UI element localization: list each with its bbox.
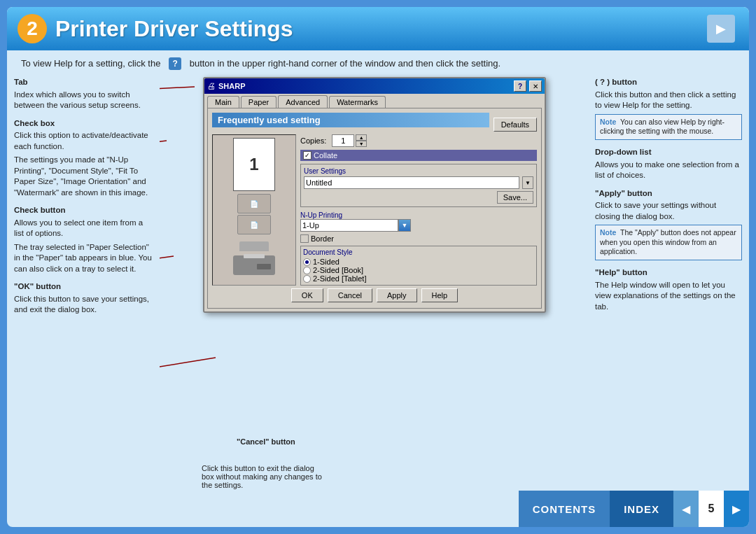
- spinner-up[interactable]: ▲: [356, 134, 367, 141]
- preview-page: 1: [233, 138, 275, 191]
- nup-dropdown-row: 1-Up ▼: [300, 219, 537, 232]
- cancel-annotation-desc: Click this button to exit the dialog box…: [202, 464, 328, 489]
- radio-2sided-tablet[interactable]: 2-Sided [Tablet]: [303, 274, 534, 283]
- dialog-tabs: Main Paper Advanced Watermarks: [204, 94, 545, 108]
- tab-section-title: Tab: [14, 77, 154, 88]
- spinner-buttons: ▲ ▼: [356, 134, 367, 147]
- intro-text-before: To view Help for a setting, click the: [21, 57, 160, 70]
- user-settings-row: Untitled ▼: [304, 176, 533, 189]
- nup-value: 1-Up: [302, 221, 319, 230]
- border-checkbox[interactable]: [300, 234, 309, 243]
- apply-btn-section-title: "Apply" button: [595, 188, 742, 199]
- help-dlg-section-title: "Help" button: [595, 267, 742, 279]
- help-dlg-desc: The Help window will open to let you vie…: [595, 280, 742, 313]
- apply-button[interactable]: Apply: [377, 288, 417, 302]
- checkbutton-note: The tray selected in "Paper Selection" i…: [14, 242, 154, 275]
- note-text-1: You can also view Help by right-clicking…: [600, 118, 724, 136]
- intro-text: To view Help for a setting, click the ? …: [7, 50, 749, 74]
- page-number: 5: [699, 491, 724, 527]
- apply-btn-desc: Click to save your settings without clos…: [595, 200, 742, 222]
- dialog-help-button[interactable]: ?: [514, 80, 526, 92]
- collate-check[interactable]: ✓ Collate: [300, 150, 537, 161]
- note-box-1: Note You can also view Help by right-cli…: [595, 114, 742, 140]
- user-settings-dropdown[interactable]: Untitled: [304, 176, 519, 189]
- user-settings-box: User Settings Untitled ▼ Save...: [300, 164, 537, 207]
- radio-2sided-book-btn[interactable]: [303, 267, 311, 274]
- tab-main[interactable]: Main: [207, 96, 239, 108]
- checkbox-section-title: Check box: [14, 118, 154, 129]
- radio-2sided-book[interactable]: 2-Sided [Book]: [303, 266, 534, 274]
- help-btn-section-title: ( ? ) button: [595, 77, 742, 88]
- ok-button-section-title: "OK" button: [14, 281, 154, 293]
- radio-1sided-btn[interactable]: [303, 258, 311, 266]
- doc-style-box: Document Style 1-Sided 2-Sided [Book]: [300, 246, 537, 286]
- ok-button-desc: Click this button to save your settings,…: [14, 294, 154, 316]
- user-settings-label: User Settings: [304, 167, 533, 175]
- dropdown-desc: Allows you to make one selection from a …: [595, 160, 742, 181]
- dialog-preview-panel: 1 📄 📄: [212, 134, 296, 286]
- dialog-window: 🖨 SHARP ? ✕ Main Paper Advanced Watermar…: [203, 77, 546, 313]
- dialog-title: SHARP: [218, 82, 511, 90]
- dialog-printer-icon: 🖨: [207, 81, 216, 91]
- nup-section: N-Up Printing 1-Up ▼: [300, 210, 537, 232]
- defaults-button[interactable]: Defaults: [493, 118, 537, 132]
- checkbox-desc: Click this option to activate/deactivate…: [14, 130, 154, 152]
- nup-label: N-Up Printing: [300, 211, 537, 219]
- copies-input[interactable]: [332, 134, 354, 147]
- radio-1sided[interactable]: 1-Sided: [303, 258, 534, 266]
- cancel-button[interactable]: Cancel: [328, 288, 372, 302]
- collate-checkbox[interactable]: ✓: [303, 151, 312, 160]
- ok-button[interactable]: OK: [291, 288, 323, 302]
- bottom-navigation: CONTENTS INDEX ◀ 5 ▶: [519, 491, 749, 527]
- chapter-number: 2: [18, 14, 47, 43]
- nav-next-arrow[interactable]: ▶: [724, 491, 749, 527]
- help-button[interactable]: Help: [421, 288, 458, 302]
- left-column: Tab Index which allows you to switch bet…: [14, 74, 154, 510]
- main-content: Tab Index which allows you to switch bet…: [7, 74, 749, 517]
- dialog-inner: 1 📄 📄: [212, 134, 537, 286]
- spinner-down[interactable]: ▼: [356, 141, 367, 147]
- doc-icon-1: 📄: [237, 194, 271, 213]
- user-settings-value: Untitled: [306, 178, 332, 187]
- contents-nav[interactable]: CONTENTS: [519, 491, 610, 527]
- header-arrow-icon[interactable]: ▶: [707, 15, 735, 43]
- svg-line-2: [160, 256, 174, 277]
- checkbutton-desc: Allows you to select one item from a lis…: [14, 218, 154, 239]
- stacked-doc-icons: 📄 📄: [237, 194, 271, 234]
- index-nav[interactable]: INDEX: [610, 491, 673, 527]
- tab-watermarks[interactable]: Watermarks: [329, 96, 386, 108]
- note-text-2: The "Apply" button does not appear when …: [600, 228, 736, 255]
- save-button[interactable]: Save...: [497, 191, 533, 204]
- border-check: Border: [300, 234, 537, 243]
- border-label: Border: [311, 234, 334, 243]
- dialog-titlebar: 🖨 SHARP ? ✕: [204, 78, 545, 94]
- radio-2sided-book-label: 2-Sided [Book]: [313, 266, 363, 274]
- intro-text-after: button in the upper right-hand corner of…: [190, 57, 500, 70]
- nup-dropdown-arrow[interactable]: ▼: [398, 219, 411, 232]
- center-column: 🖨 SHARP ? ✕ Main Paper Advanced Watermar…: [160, 74, 589, 510]
- radio-2sided-tablet-label: 2-Sided [Tablet]: [313, 274, 366, 283]
- dropdown-section-title: Drop-down list: [595, 147, 742, 158]
- dialog-buttons: OK Cancel Apply Help: [212, 286, 537, 304]
- page-header: 2 Printer Driver Settings ▶: [7, 7, 749, 50]
- nup-dropdown[interactable]: 1-Up: [300, 219, 398, 232]
- svg-line-0: [160, 87, 195, 95]
- radio-2sided-tablet-btn[interactable]: [303, 275, 311, 283]
- checkbutton-section-title: Check button: [14, 205, 154, 216]
- page-container: 2 Printer Driver Settings ▶ To view Help…: [7, 7, 749, 527]
- freq-used-banner: Frequently used setting: [212, 113, 489, 127]
- dialog-close-button[interactable]: ✕: [529, 80, 542, 92]
- copies-label: Copies:: [300, 136, 326, 145]
- tab-paper[interactable]: Paper: [241, 96, 276, 108]
- page-title: Printer Driver Settings: [55, 16, 293, 42]
- nav-prev-arrow[interactable]: ◀: [673, 491, 699, 527]
- note-box-2: Note The "Apply" button does not appear …: [595, 225, 742, 260]
- tab-advanced[interactable]: Advanced: [278, 95, 328, 108]
- dialog-settings-panel: Copies: ▲ ▼: [300, 134, 537, 286]
- right-column: ( ? ) button Click this button and then …: [595, 74, 742, 510]
- note-label-1: Note: [600, 118, 616, 126]
- tab-desc: Index which allows you to switch between…: [14, 90, 154, 111]
- svg-line-3: [160, 358, 216, 389]
- doc-style-label: Document Style: [303, 248, 534, 256]
- settings-dropdown-arrow[interactable]: ▼: [522, 176, 533, 189]
